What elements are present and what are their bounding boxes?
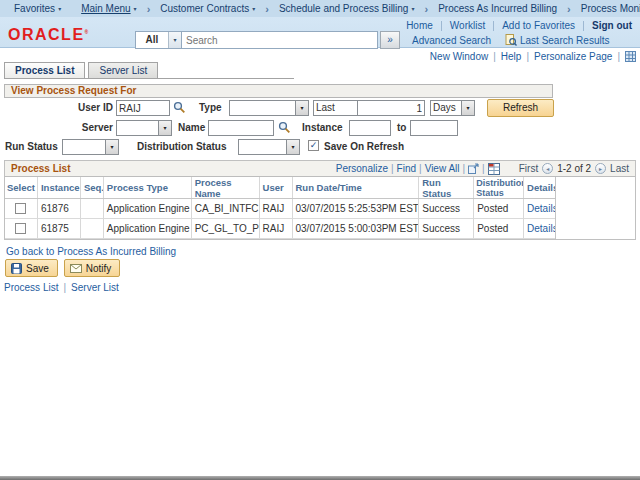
server-select[interactable]: ▾ xyxy=(116,120,172,136)
help-link[interactable]: Help xyxy=(501,51,522,62)
row-select-checkbox[interactable] xyxy=(15,223,26,234)
divider: | xyxy=(482,163,485,174)
find-link[interactable]: Find xyxy=(397,163,416,174)
last-search-results-link[interactable]: Last Search Results xyxy=(505,34,610,46)
table-row: 61876 Application Engine CA_BI_INTFC RAI… xyxy=(5,199,555,219)
pagination-last-link[interactable]: Last xyxy=(610,163,629,174)
search-go-button[interactable]: » xyxy=(380,31,400,49)
divider: | xyxy=(463,163,466,174)
save-button-label: Save xyxy=(26,263,49,274)
tab-process-list[interactable]: Process List xyxy=(4,62,85,78)
cell-seq xyxy=(81,199,104,218)
pagination-range: 1-2 of 2 xyxy=(557,163,591,174)
range-count-input[interactable] xyxy=(357,100,425,116)
breadcrumb-main-menu[interactable]: Main Menu ▾ xyxy=(75,3,142,14)
name-input[interactable] xyxy=(208,120,274,136)
sign-out-link[interactable]: Sign out xyxy=(592,20,632,31)
column-header-run-datetime: Run Date/Time xyxy=(293,177,420,198)
caret-down-icon: ▾ xyxy=(105,140,118,154)
column-header-details: Details xyxy=(524,177,555,198)
breadcrumb-customer-contracts[interactable]: Customer Contracts ▾ xyxy=(154,3,261,14)
personalize-link[interactable]: Personalize xyxy=(336,163,388,174)
cell-process-name: CA_BI_INTFC xyxy=(192,199,260,218)
run-status-select[interactable]: ▾ xyxy=(62,139,119,155)
divider: | xyxy=(526,51,529,62)
breadcrumb-favorites[interactable]: Favorites ▾ xyxy=(8,3,67,14)
user-id-lookup-icon[interactable] xyxy=(173,101,186,114)
instance-label: Instance xyxy=(302,122,343,133)
instance-to-input[interactable] xyxy=(410,120,458,136)
cell-distribution-status: Posted xyxy=(474,199,524,218)
add-to-favorites-link[interactable]: Add to Favorites xyxy=(502,20,575,31)
caret-down-icon: ▾ xyxy=(252,5,255,12)
user-id-label: User ID xyxy=(40,102,113,113)
advanced-search-link[interactable]: Advanced Search xyxy=(412,35,491,46)
search-scope-select[interactable]: All ▾ xyxy=(135,31,182,49)
column-header-instance: Instance xyxy=(38,177,81,198)
breadcrumb-label: Customer Contracts xyxy=(160,3,249,14)
search-input[interactable] xyxy=(182,31,378,49)
cell-run-status: Success xyxy=(419,219,474,238)
caret-down-icon: ▾ xyxy=(411,5,414,12)
cell-run-status: Success xyxy=(419,199,474,218)
notify-button[interactable]: Notify xyxy=(64,259,121,277)
footer-process-list-link[interactable]: Process List xyxy=(4,282,58,293)
grid-header-row: Select Instance Seq. Process Type Proces… xyxy=(5,177,555,199)
copy-url-grid-icon[interactable] xyxy=(625,51,636,62)
breadcrumb: Favorites ▾ Main Menu ▾ › Customer Contr… xyxy=(0,0,640,17)
caret-down-icon: ▾ xyxy=(286,140,299,154)
view-all-link[interactable]: View All xyxy=(425,163,460,174)
instance-from-input[interactable] xyxy=(349,120,391,136)
breadcrumb-schedule-process-billing[interactable]: Schedule and Process Billing ▾ xyxy=(273,3,421,14)
cell-process-type: Application Engine xyxy=(104,219,192,238)
zoom-popup-icon[interactable] xyxy=(468,163,479,174)
save-on-refresh-checkbox[interactable]: ✓ xyxy=(308,140,319,151)
column-header-select: Select xyxy=(5,177,38,198)
home-link[interactable]: Home xyxy=(406,20,433,31)
range-unit-select[interactable]: Days ▾ xyxy=(430,100,475,116)
last-select-value: Last xyxy=(314,101,363,115)
refresh-button[interactable]: Refresh xyxy=(487,99,554,117)
run-status-value xyxy=(63,140,105,154)
user-id-input[interactable] xyxy=(116,100,170,116)
caret-down-icon: ▾ xyxy=(158,121,171,135)
breadcrumb-process-monitor[interactable]: Process Monitor xyxy=(575,3,640,14)
cell-instance: 61876 xyxy=(38,199,81,218)
pagination-first-link[interactable]: First xyxy=(519,163,538,174)
go-back-link[interactable]: Go back to Process As Incurred Billing xyxy=(6,246,176,257)
tab-server-list[interactable]: Server List xyxy=(88,62,158,78)
worklist-link[interactable]: Worklist xyxy=(450,20,485,31)
name-label: Name xyxy=(178,122,205,133)
section-title: View Process Request For xyxy=(4,84,553,98)
pagination-prev-icon[interactable]: ◄ xyxy=(542,163,553,174)
grid-toolbar: Process List Personalize | Find | View A… xyxy=(5,161,635,177)
type-select[interactable]: ▾ xyxy=(229,100,309,116)
distribution-status-select[interactable]: ▾ xyxy=(238,139,300,155)
download-spreadsheet-icon[interactable] xyxy=(488,163,500,175)
personalize-page-link[interactable]: Personalize Page xyxy=(534,51,612,62)
breadcrumb-label: Main Menu xyxy=(81,3,130,14)
details-link[interactable]: Details xyxy=(527,223,555,234)
divider: | xyxy=(63,282,66,293)
header-area: Favorites ▾ Main Menu ▾ › Customer Contr… xyxy=(0,0,640,48)
new-window-link[interactable]: New Window xyxy=(430,51,488,62)
grid-pagination: First ◄ 1-2 of 2 ► Last xyxy=(519,163,629,174)
column-header-process-type: Process Type xyxy=(104,177,192,198)
row-select-checkbox[interactable] xyxy=(15,203,26,214)
footer-server-list-link[interactable]: Server List xyxy=(71,282,119,293)
save-button[interactable]: Save xyxy=(5,259,58,277)
search-scope-value: All xyxy=(136,32,168,48)
details-link[interactable]: Details xyxy=(527,203,555,214)
column-header-seq: Seq. xyxy=(81,177,104,198)
caret-down-icon: ▾ xyxy=(461,101,474,115)
search-bar: All ▾ » Advanced Search Last Search Resu… xyxy=(135,31,609,49)
breadcrumb-process-as-incurred-billing[interactable]: Process As Incurred Billing xyxy=(432,3,563,14)
cell-user: RAIJ xyxy=(260,199,293,218)
pagination-next-icon[interactable]: ► xyxy=(595,163,606,174)
breadcrumb-label: Favorites xyxy=(14,3,55,14)
cell-seq xyxy=(81,219,104,238)
divider xyxy=(441,21,442,31)
utility-links: Home Worklist Add to Favorites Sign out xyxy=(406,20,632,31)
name-lookup-icon[interactable] xyxy=(278,121,291,134)
divider: | xyxy=(493,51,496,62)
